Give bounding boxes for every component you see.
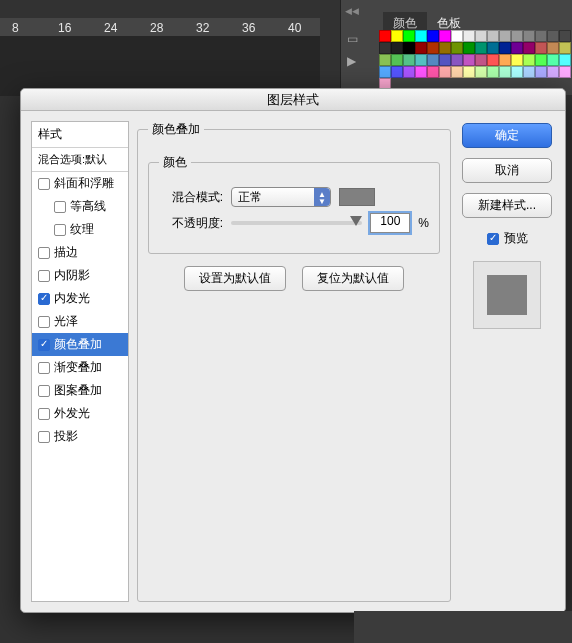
swatch-cell[interactable] <box>451 42 463 54</box>
checkbox-gradient-overlay[interactable] <box>38 362 50 374</box>
checkbox-stroke[interactable] <box>38 247 50 259</box>
blend-mode-select[interactable]: 正常 ▲▼ <box>231 187 331 207</box>
swatch-cell[interactable] <box>451 66 463 78</box>
swatch-cell[interactable] <box>391 54 403 66</box>
swatch-cell[interactable] <box>463 54 475 66</box>
swatch-cell[interactable] <box>379 30 391 42</box>
blend-options-item[interactable]: 混合选项:默认 <box>32 148 128 172</box>
ok-button[interactable]: 确定 <box>462 123 552 148</box>
swatch-cell[interactable] <box>547 66 559 78</box>
swatch-cell[interactable] <box>499 30 511 42</box>
panel-icon[interactable]: ▭ <box>347 32 367 44</box>
swatch-cell[interactable] <box>427 66 439 78</box>
swatch-cell[interactable] <box>547 30 559 42</box>
panel-play-icon[interactable]: ▶ <box>347 54 367 66</box>
style-stroke[interactable]: 描边 <box>32 241 128 264</box>
swatch-cell[interactable] <box>451 54 463 66</box>
swatch-cell[interactable] <box>415 42 427 54</box>
swatch-cell[interactable] <box>403 30 415 42</box>
swatch-cell[interactable] <box>487 42 499 54</box>
swatch-cell[interactable] <box>487 54 499 66</box>
preview-toggle[interactable]: 预览 <box>487 230 528 247</box>
checkbox-inner-shadow[interactable] <box>38 270 50 282</box>
checkbox-pattern-overlay[interactable] <box>38 385 50 397</box>
swatch-cell[interactable] <box>475 54 487 66</box>
swatch-cell[interactable] <box>403 54 415 66</box>
swatch-cell[interactable] <box>499 54 511 66</box>
swatch-cell[interactable] <box>463 30 475 42</box>
swatch-cell[interactable] <box>559 30 571 42</box>
swatch-cell[interactable] <box>379 66 391 78</box>
style-outer-glow[interactable]: 外发光 <box>32 402 128 425</box>
swatch-cell[interactable] <box>391 66 403 78</box>
swatch-cell[interactable] <box>379 54 391 66</box>
swatch-cell[interactable] <box>427 54 439 66</box>
new-style-button[interactable]: 新建样式... <box>462 193 552 218</box>
swatch-cell[interactable] <box>475 42 487 54</box>
swatch-cell[interactable] <box>391 30 403 42</box>
style-bevel[interactable]: 斜面和浮雕 <box>32 172 128 195</box>
swatch-cell[interactable] <box>427 42 439 54</box>
checkbox-texture[interactable] <box>54 224 66 236</box>
swatch-grid[interactable] <box>379 30 571 92</box>
checkbox-preview[interactable] <box>487 233 499 245</box>
opacity-slider[interactable] <box>231 221 362 225</box>
style-contour[interactable]: 等高线 <box>32 195 128 218</box>
checkbox-inner-glow[interactable] <box>38 293 50 305</box>
swatch-cell[interactable] <box>511 54 523 66</box>
checkbox-drop-shadow[interactable] <box>38 431 50 443</box>
swatch-cell[interactable] <box>523 66 535 78</box>
swatch-cell[interactable] <box>499 42 511 54</box>
swatch-cell[interactable] <box>523 42 535 54</box>
opacity-input[interactable]: 100 <box>370 213 410 233</box>
checkbox-satin[interactable] <box>38 316 50 328</box>
checkbox-color-overlay[interactable] <box>38 339 50 351</box>
swatch-cell[interactable] <box>403 42 415 54</box>
swatch-cell[interactable] <box>559 54 571 66</box>
swatch-cell[interactable] <box>439 54 451 66</box>
reset-default-button[interactable]: 复位为默认值 <box>302 266 404 291</box>
swatch-cell[interactable] <box>439 66 451 78</box>
style-color-overlay[interactable]: 颜色叠加 <box>32 333 128 356</box>
styles-header[interactable]: 样式 <box>32 122 128 148</box>
swatch-cell[interactable] <box>535 66 547 78</box>
swatch-cell[interactable] <box>487 30 499 42</box>
swatch-cell[interactable] <box>523 30 535 42</box>
panel-collapse-icon[interactable]: ◀◀ <box>345 6 359 16</box>
swatch-cell[interactable] <box>427 30 439 42</box>
swatch-cell[interactable] <box>379 42 391 54</box>
style-inner-shadow[interactable]: 内阴影 <box>32 264 128 287</box>
swatch-cell[interactable] <box>391 42 403 54</box>
swatch-cell[interactable] <box>523 54 535 66</box>
swatch-cell[interactable] <box>535 42 547 54</box>
canvas-area[interactable] <box>0 36 320 96</box>
swatch-cell[interactable] <box>403 66 415 78</box>
checkbox-outer-glow[interactable] <box>38 408 50 420</box>
swatch-cell[interactable] <box>439 30 451 42</box>
overlay-color-swatch[interactable] <box>339 188 375 206</box>
swatch-cell[interactable] <box>451 30 463 42</box>
style-pattern-overlay[interactable]: 图案叠加 <box>32 379 128 402</box>
style-gradient-overlay[interactable]: 渐变叠加 <box>32 356 128 379</box>
checkbox-contour[interactable] <box>54 201 66 213</box>
swatch-cell[interactable] <box>547 54 559 66</box>
swatch-cell[interactable] <box>487 66 499 78</box>
swatch-cell[interactable] <box>475 30 487 42</box>
swatch-cell[interactable] <box>499 66 511 78</box>
swatch-cell[interactable] <box>439 42 451 54</box>
swatch-cell[interactable] <box>463 42 475 54</box>
swatch-cell[interactable] <box>535 54 547 66</box>
swatch-cell[interactable] <box>415 30 427 42</box>
style-texture[interactable]: 纹理 <box>32 218 128 241</box>
swatch-cell[interactable] <box>475 66 487 78</box>
swatch-cell[interactable] <box>559 66 571 78</box>
swatch-cell[interactable] <box>535 30 547 42</box>
swatch-cell[interactable] <box>415 54 427 66</box>
cancel-button[interactable]: 取消 <box>462 158 552 183</box>
style-inner-glow[interactable]: 内发光 <box>32 287 128 310</box>
swatch-cell[interactable] <box>511 66 523 78</box>
set-default-button[interactable]: 设置为默认值 <box>184 266 286 291</box>
style-drop-shadow[interactable]: 投影 <box>32 425 128 448</box>
swatch-cell[interactable] <box>415 66 427 78</box>
slider-thumb-icon[interactable] <box>350 216 362 226</box>
